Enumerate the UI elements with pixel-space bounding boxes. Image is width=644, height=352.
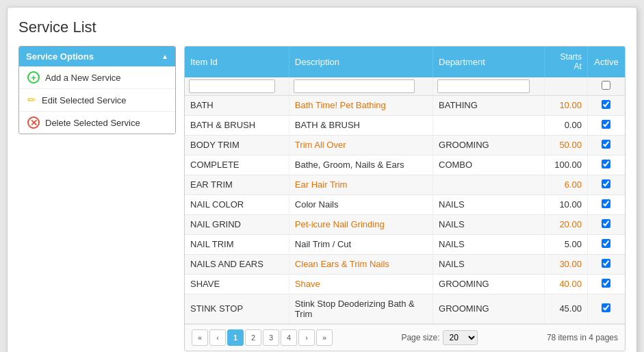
cell-item-id: BODY TRIM <box>185 135 289 155</box>
active-checkbox[interactable] <box>602 160 610 168</box>
active-checkbox[interactable] <box>602 259 610 268</box>
active-checkbox[interactable] <box>602 199 610 208</box>
sidebar-item-add-label: Add a New Service <box>45 73 121 83</box>
cell-starts-at: 10.00 <box>544 95 587 115</box>
table-row[interactable]: BODY TRIMTrim All OverGROOMING50.00 <box>185 135 625 155</box>
cell-item-id: BATH <box>185 95 289 115</box>
table-row[interactable]: EAR TRIMEar Hair Trim6.00 <box>185 175 625 194</box>
active-checkbox[interactable] <box>602 219 610 228</box>
cell-department: GROOMING <box>433 294 545 323</box>
cell-department: BATHING <box>433 95 545 115</box>
page-btn-1[interactable]: 1 <box>227 329 244 346</box>
table-row[interactable]: NAIL TRIMNail Trim / CutNAILS5.00 <box>185 234 625 254</box>
content-area: Service Options ▲ + Add a New Service ✏ … <box>18 46 626 351</box>
filter-active-checkbox[interactable] <box>602 81 610 90</box>
cell-department: COMBO <box>433 155 545 175</box>
page-last-btn[interactable]: » <box>316 329 333 346</box>
main-window: Service List Service Options ▲ + Add a N… <box>7 7 637 352</box>
table-area: Item Id Description Department StartsAt … <box>184 46 626 351</box>
active-checkbox[interactable] <box>602 140 610 149</box>
filter-description[interactable] <box>294 79 415 93</box>
cell-department <box>433 175 545 194</box>
edit-icon: ✏ <box>27 94 36 106</box>
cell-item-id: NAIL COLOR <box>185 194 289 214</box>
sidebar-header-label: Service Options <box>26 51 94 62</box>
col-item-id: Item Id <box>185 47 289 77</box>
items-info: 78 items in 4 pages <box>547 333 618 342</box>
cell-item-id: SHAVE <box>185 274 289 294</box>
table-row[interactable]: BATHBath Time! Pet BathingBATHING10.00 <box>185 95 625 115</box>
page-btn-3[interactable]: 3 <box>263 329 279 346</box>
active-checkbox[interactable] <box>602 303 610 312</box>
page-size-label: Page size: <box>401 333 439 342</box>
table-header-row: Item Id Description Department StartsAt … <box>185 47 625 77</box>
sidebar-item-add[interactable]: + Add a New Service <box>19 66 175 89</box>
cell-item-id: STINK STOP <box>185 294 289 323</box>
cell-item-id: NAILS AND EARS <box>185 254 289 274</box>
cell-active <box>587 214 625 234</box>
filter-department[interactable] <box>437 79 530 93</box>
pagination-bar: « ‹ 1 2 3 4 › » Page size: 20 50 100 <box>185 324 625 351</box>
table-row[interactable]: NAILS AND EARSClean Ears & Trim NailsNAI… <box>185 254 625 274</box>
cell-item-id: BATH & BRUSH <box>185 115 289 135</box>
page-next-btn[interactable]: › <box>298 329 315 346</box>
sidebar-header: Service Options ▲ <box>19 47 175 66</box>
page-first-btn[interactable]: « <box>192 329 208 346</box>
cell-starts-at: 6.00 <box>544 175 587 194</box>
table-row[interactable]: BATH & BRUSHBATH & BRUSH0.00 <box>185 115 625 135</box>
cell-active <box>587 175 625 194</box>
cell-active <box>587 294 625 323</box>
filter-item-id[interactable] <box>189 79 275 93</box>
cell-description: Ear Hair Trim <box>289 175 433 194</box>
sidebar-collapse-icon[interactable]: ▲ <box>162 53 168 60</box>
cell-description: Pet-icure Nail Grinding <box>289 214 433 234</box>
cell-active <box>587 135 625 155</box>
cell-active <box>587 254 625 274</box>
cell-description: Bath Time! Pet Bathing <box>289 95 433 115</box>
page-btn-4[interactable]: 4 <box>281 329 297 346</box>
cell-department: NAILS <box>433 214 545 234</box>
page-btn-2[interactable]: 2 <box>245 329 261 346</box>
cell-active <box>587 194 625 214</box>
cell-description: Bathe, Groom, Nails & Ears <box>289 155 433 175</box>
cell-description: Trim All Over <box>289 135 433 155</box>
service-table: Item Id Description Department StartsAt … <box>185 47 625 324</box>
col-department: Department <box>433 47 545 77</box>
cell-item-id: NAIL GRIND <box>185 214 289 234</box>
cell-starts-at: 30.00 <box>544 254 587 274</box>
sidebar-item-delete[interactable]: ✕ Delete Selected Service <box>19 112 175 134</box>
active-checkbox[interactable] <box>602 279 610 288</box>
cell-description: Nail Trim / Cut <box>289 234 433 254</box>
col-active: Active <box>587 47 625 77</box>
active-checkbox[interactable] <box>602 179 610 188</box>
page-size-area: Page size: 20 50 100 <box>401 330 478 345</box>
cell-description: Shave <box>289 274 433 294</box>
cell-starts-at: 10.00 <box>544 194 587 214</box>
cell-active <box>587 155 625 175</box>
cell-active <box>587 274 625 294</box>
cell-department: GROOMING <box>433 274 545 294</box>
cell-item-id: NAIL TRIM <box>185 234 289 254</box>
cell-description: Stink Stop Deoderizing Bath & Trim <box>289 294 433 323</box>
page-title: Service List <box>18 18 626 36</box>
active-checkbox[interactable] <box>602 100 610 109</box>
cell-starts-at: 50.00 <box>544 135 587 155</box>
table-row[interactable]: COMPLETEBathe, Groom, Nails & EarsCOMBO1… <box>185 155 625 175</box>
cell-department: NAILS <box>433 254 545 274</box>
table-row[interactable]: NAIL COLORColor NailsNAILS10.00 <box>185 194 625 214</box>
cell-department: NAILS <box>433 194 545 214</box>
page-prev-btn[interactable]: ‹ <box>209 329 226 346</box>
cell-starts-at: 20.00 <box>544 214 587 234</box>
active-checkbox[interactable] <box>602 239 610 248</box>
table-row[interactable]: NAIL GRINDPet-icure Nail GrindingNAILS20… <box>185 214 625 234</box>
page-size-select[interactable]: 20 50 100 <box>443 330 478 345</box>
cell-department: GROOMING <box>433 135 545 155</box>
pagination-controls: « ‹ 1 2 3 4 › » <box>192 329 333 346</box>
active-checkbox[interactable] <box>602 120 610 129</box>
cell-item-id: EAR TRIM <box>185 175 289 194</box>
sidebar-item-edit[interactable]: ✏ Edit Selected Service <box>19 89 175 112</box>
cell-starts-at: 0.00 <box>544 115 587 135</box>
table-row[interactable]: STINK STOPStink Stop Deoderizing Bath & … <box>185 294 625 323</box>
cell-description: Color Nails <box>289 194 433 214</box>
table-row[interactable]: SHAVEShaveGROOMING40.00 <box>185 274 625 294</box>
